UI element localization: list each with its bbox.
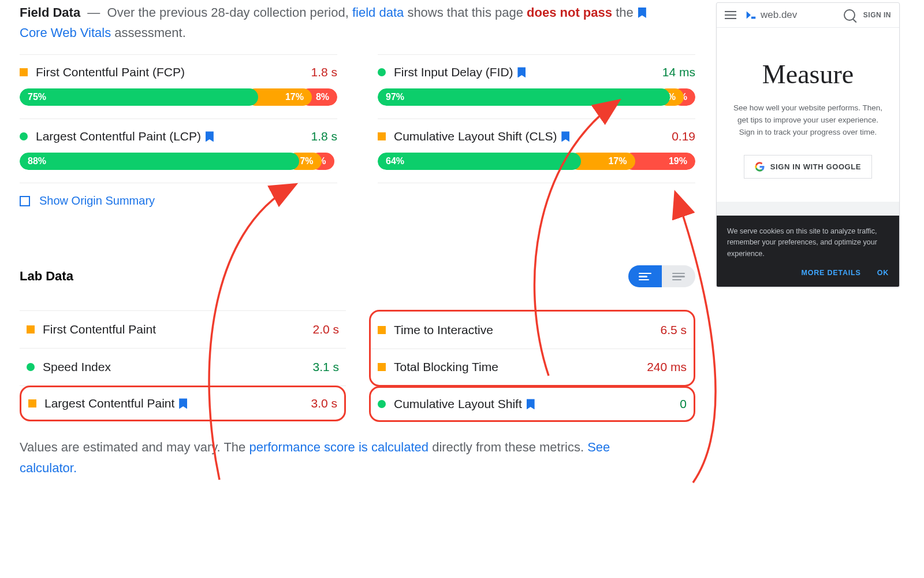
- lab-metric-value: 2.0 s: [312, 323, 339, 336]
- view-toggle-left[interactable]: [628, 265, 662, 287]
- cookie-banner: We serve cookies on this site to analyze…: [717, 216, 899, 287]
- metric-value: 1.8 s: [311, 129, 337, 143]
- status-square-icon: [20, 68, 28, 76]
- distribution-bar: 75% 17% 8%: [20, 88, 337, 106]
- webdev-logo-icon: [744, 9, 757, 21]
- bookmark-icon: [206, 131, 214, 142]
- lab-metric-value: 3.1 s: [312, 360, 339, 374]
- lab-metric-row: Speed Index 3.1 s: [20, 348, 346, 386]
- bookmark-icon: [561, 131, 569, 142]
- status-square-icon: [378, 363, 386, 371]
- distribution-bar: 97% 2% 1%: [378, 88, 695, 106]
- lab-data-title: Lab Data: [20, 269, 73, 284]
- field-data-title: Field Data: [20, 5, 80, 20]
- brand: web.dev: [744, 9, 836, 21]
- distribution-bar: 64% 17% 19%: [378, 153, 695, 170]
- field-data-header: Field Data — Over the previous 28-day co…: [20, 2, 661, 43]
- metric-value: 14 ms: [662, 65, 695, 79]
- metric-row: Largest Contentful Paint (LCP) 1.8 s 88%…: [20, 118, 337, 183]
- lab-metric-value: 6.5 s: [660, 323, 687, 337]
- view-toggle[interactable]: [628, 265, 695, 287]
- lab-metric-name: First Contentful Paint: [43, 323, 304, 336]
- status-square-icon: [27, 325, 35, 334]
- lab-metric-row: Total Blocking Time 240 ms: [371, 349, 694, 386]
- metric-value: 0.19: [672, 129, 695, 143]
- lab-metric-row: Largest Contentful Paint 3.0 s: [20, 386, 346, 421]
- hamburger-icon[interactable]: [725, 11, 736, 19]
- dist-good: 88%: [20, 153, 299, 170]
- lab-metric-name: Largest Contentful Paint: [44, 397, 303, 410]
- status-circle-icon: [20, 132, 28, 140]
- lab-metric-row: First Contentful Paint 2.0 s: [20, 310, 346, 349]
- lab-metric-name: Total Blocking Time: [394, 360, 639, 374]
- lab-metric-name: Time to Interactive: [394, 323, 652, 337]
- metric-row: First Contentful Paint (FCP) 1.8 s 75% 1…: [20, 54, 337, 119]
- lab-metric-row: Cumulative Layout Shift 0: [369, 386, 695, 422]
- metric-name: First Input Delay (FID): [394, 65, 654, 79]
- status-circle-icon: [378, 68, 386, 76]
- google-logo-icon: [755, 162, 765, 172]
- status-circle-icon: [378, 400, 386, 408]
- distribution-bar: 88% 7% 4%: [20, 153, 337, 170]
- cwv-link[interactable]: Core Web Vitals: [20, 25, 111, 40]
- cookie-ok[interactable]: OK: [877, 268, 889, 279]
- fail-text: does not pass: [527, 5, 612, 20]
- dist-good: 64%: [378, 153, 581, 170]
- show-origin-summary[interactable]: Show Origin Summary: [20, 183, 695, 213]
- search-icon[interactable]: [844, 9, 855, 21]
- dist-good: 75%: [20, 88, 258, 106]
- status-square-icon: [378, 132, 386, 140]
- lab-metric-name: Speed Index: [43, 360, 304, 374]
- bookmark-icon: [527, 399, 535, 409]
- field-data-link[interactable]: field data: [352, 5, 404, 20]
- checkbox-icon[interactable]: [20, 196, 30, 206]
- measure-title: Measure: [731, 59, 885, 90]
- lab-highlight-group: Time to Interactive 6.5 s Total Blocking…: [369, 310, 695, 387]
- bookmark-icon: [179, 398, 187, 409]
- lab-metric-name: Cumulative Layout Shift: [394, 397, 672, 411]
- bookmark-icon: [517, 67, 526, 77]
- status-square-icon: [378, 326, 386, 334]
- mobile-preview: web.dev SIGN IN Measure See how well you…: [716, 2, 900, 287]
- status-circle-icon: [27, 363, 35, 371]
- lab-metric-row: Time to Interactive 6.5 s: [371, 312, 694, 349]
- metric-name: Cumulative Layout Shift (CLS): [394, 129, 664, 143]
- metric-name: First Contentful Paint (FCP): [36, 65, 303, 79]
- status-square-icon: [28, 399, 36, 407]
- dist-good: 97%: [378, 88, 670, 106]
- cookie-more-details[interactable]: MORE DETAILS: [802, 268, 861, 279]
- lab-metric-value: 240 ms: [647, 360, 687, 374]
- lab-metric-value: 3.0 s: [311, 397, 337, 410]
- metric-row: First Input Delay (FID) 14 ms 97% 2% 1%: [378, 54, 695, 119]
- sign-in-google-button[interactable]: SIGN IN WITH GOOGLE: [744, 155, 872, 179]
- sign-in-link[interactable]: SIGN IN: [863, 11, 891, 19]
- metric-value: 1.8 s: [311, 65, 337, 79]
- perf-score-link[interactable]: performance score is calculated: [249, 440, 429, 454]
- lab-metric-value: 0: [680, 397, 687, 411]
- footer-note: Values are estimated and may vary. The p…: [20, 437, 632, 477]
- bookmark-icon: [638, 8, 646, 18]
- view-toggle-right[interactable]: [662, 265, 695, 287]
- measure-desc: See how well your website performs. Then…: [731, 102, 885, 139]
- metric-row: Cumulative Layout Shift (CLS) 0.19 64% 1…: [378, 118, 695, 183]
- metric-name: Largest Contentful Paint (LCP): [36, 129, 303, 143]
